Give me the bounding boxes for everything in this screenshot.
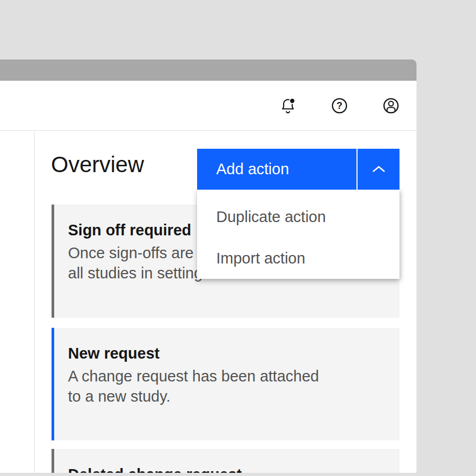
user-avatar-icon bbox=[382, 97, 400, 115]
page-title: Overview bbox=[51, 152, 144, 177]
notification-body-line: to a new study. bbox=[68, 386, 389, 406]
notification-title: Deleted change request bbox=[68, 465, 389, 473]
notifications-button[interactable] bbox=[275, 93, 301, 118]
split-button-toggle[interactable] bbox=[356, 149, 400, 190]
help-icon: ? bbox=[330, 97, 348, 115]
notification-body: A change request has been attached to a … bbox=[68, 366, 389, 406]
app-header: ? bbox=[0, 81, 416, 131]
svg-text:?: ? bbox=[336, 100, 342, 110]
screenshot-canvas: ? Overview Add action bbox=[0, 0, 476, 476]
notification-card-deleted-change-request: Deleted change request bbox=[52, 449, 400, 473]
app-window: ? Overview Add action bbox=[0, 60, 416, 473]
header-actions: ? bbox=[275, 81, 404, 130]
chevron-up-icon bbox=[372, 166, 386, 173]
notification-new-icon bbox=[279, 97, 297, 115]
help-button[interactable]: ? bbox=[327, 93, 352, 118]
user-avatar-button[interactable] bbox=[378, 93, 404, 118]
notification-body-line: A change request has been attached bbox=[68, 366, 389, 386]
window-titlebar bbox=[0, 60, 416, 81]
left-rail-divider bbox=[34, 131, 35, 473]
add-action-button[interactable]: Add action bbox=[197, 149, 356, 190]
notification-title: New request bbox=[68, 344, 389, 363]
menu-item-import-action[interactable]: Import action bbox=[197, 237, 400, 279]
add-action-split-button: Add action bbox=[197, 149, 400, 190]
notification-card-new-request: New request A change request has been at… bbox=[52, 328, 400, 440]
menu-item-duplicate-action[interactable]: Duplicate action bbox=[197, 196, 400, 237]
add-action-menu: Duplicate action Import action bbox=[197, 190, 400, 279]
